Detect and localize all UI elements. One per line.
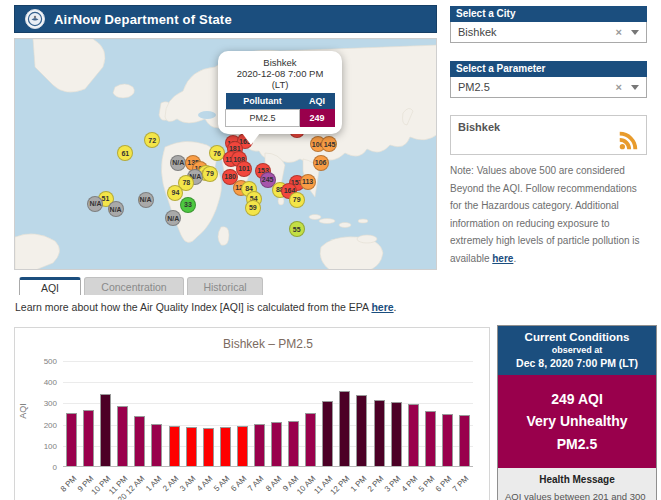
aqi-marker[interactable]: N/A (165, 210, 181, 226)
select-parameter-header: Select a Parameter (450, 61, 647, 77)
y-axis-tick: 300 (23, 399, 57, 408)
aqi-marker[interactable]: N/A (108, 201, 124, 217)
tab-aqi[interactable]: AQI (19, 277, 81, 295)
popup-timezone: (LT) (225, 79, 335, 90)
parameter-select-value: PM2.5 (458, 81, 616, 93)
aqi-marker[interactable]: 72 (144, 132, 160, 148)
tab-concentration[interactable]: Concentration (84, 277, 184, 295)
current-aqi-pollutant: PM2.5 (502, 433, 652, 455)
select-city-header: Select a City (450, 6, 647, 22)
y-axis-tick: 0 (23, 463, 57, 472)
clear-parameter-icon[interactable]: × (616, 81, 622, 93)
note-period: . (513, 253, 516, 264)
current-conditions-panel: Current Conditions observed at Dec 8, 20… (497, 325, 657, 500)
popup-table: Pollutant AQI PM2.5 249 (225, 93, 335, 127)
y-axis-tick: 400 (23, 378, 57, 387)
popup-tail (242, 133, 260, 145)
aqi-marker[interactable]: N/A (138, 192, 154, 208)
learn-more-text: Learn more about how the Air Quality Ind… (15, 301, 397, 313)
popup-datetime: 2020-12-08 7:00 PM (225, 68, 335, 79)
current-aqi-category: Very Unhealthy (502, 410, 652, 432)
learn-more-body: Learn more about how the Air Quality Ind… (15, 301, 371, 313)
map-popup: Bishkek 2020-12-08 7:00 PM (LT) Pollutan… (218, 51, 342, 134)
clear-city-icon[interactable]: × (616, 26, 622, 38)
page-title: AirNow Department of State (54, 12, 232, 27)
chevron-down-icon[interactable] (631, 85, 639, 90)
aqi-marker[interactable]: 145 (321, 136, 337, 152)
city-select[interactable]: Bishkek × (450, 22, 647, 43)
current-conditions-title: Current Conditions (502, 331, 652, 343)
city-select-value: Bishkek (458, 26, 616, 38)
rss-city-label: Bishkek (458, 121, 500, 133)
aqi-marker[interactable]: 94 (167, 185, 183, 201)
aqi-marker[interactable]: 106 (313, 155, 329, 171)
view-tabs: AQI Concentration Historical (19, 277, 263, 295)
chart-title: Bishkek – PM2.5 (223, 337, 313, 351)
rss-icon[interactable] (618, 130, 639, 151)
aqi-marker[interactable]: N/A (87, 196, 103, 212)
y-axis-tick: 200 (23, 421, 57, 430)
aqi-marker[interactable]: N/A (170, 155, 186, 171)
observed-at-label: observed at (502, 345, 652, 355)
aqi-marker[interactable]: 61 (117, 145, 133, 161)
aqi-bar-chart: Bishkek – PM2.5 AQI 01002003004005008 PM… (14, 327, 490, 500)
y-axis-tick: 100 (23, 442, 57, 451)
app-header: AirNow Department of State (14, 5, 437, 33)
aqi-marker[interactable]: 33 (180, 197, 196, 213)
aqi-marker[interactable]: 59 (245, 200, 261, 216)
health-message-text: AQI values between 201 and 300 trigger a… (505, 489, 649, 500)
tab-historical[interactable]: Historical (187, 277, 263, 295)
popup-aqi-value: 249 (300, 110, 335, 127)
current-aqi-block: 249 AQI Very Unhealthy PM2.5 (498, 375, 656, 468)
y-axis-tick: 500 (23, 357, 57, 366)
current-conditions-header: Current Conditions observed at Dec 8, 20… (498, 326, 656, 375)
current-aqi-value: 249 AQI (502, 388, 652, 410)
observed-time: Dec 8, 2020 7:00 PM (LT) (502, 357, 652, 369)
aqi-note: Note: Values above 500 are considered Be… (450, 162, 650, 267)
note-here-link[interactable]: here (492, 253, 513, 264)
chevron-down-icon[interactable] (631, 30, 639, 35)
learn-more-here-link[interactable]: here (371, 301, 393, 313)
popup-col-aqi: AQI (300, 93, 335, 110)
health-message-title: Health Message (505, 474, 649, 485)
department-of-state-seal-icon (25, 9, 45, 29)
aqi-marker[interactable]: 101 (236, 161, 252, 177)
airnow-page: AirNow Department of State (0, 0, 661, 500)
parameter-select[interactable]: PM2.5 × (450, 77, 647, 98)
health-message-block: Health Message AQI values between 201 an… (498, 468, 656, 500)
world-map[interactable]: 617276N/A13510780N/A79789451N/AN/AN/A33N… (14, 38, 437, 270)
aqi-marker[interactable]: 79 (202, 166, 218, 182)
aqi-marker[interactable]: 55 (289, 221, 305, 237)
popup-city: Bishkek (225, 57, 335, 68)
popup-col-pollutant: Pollutant (226, 93, 300, 110)
popup-pollutant-value: PM2.5 (226, 110, 300, 127)
aqi-marker[interactable]: 79 (289, 192, 305, 208)
chart-baseline (63, 361, 473, 467)
aqi-marker[interactable]: 113 (300, 174, 316, 190)
note-text: Note: Values above 500 are considered Be… (450, 165, 640, 264)
rss-feed-box: Bishkek (450, 115, 647, 155)
learn-more-period: . (394, 301, 397, 313)
